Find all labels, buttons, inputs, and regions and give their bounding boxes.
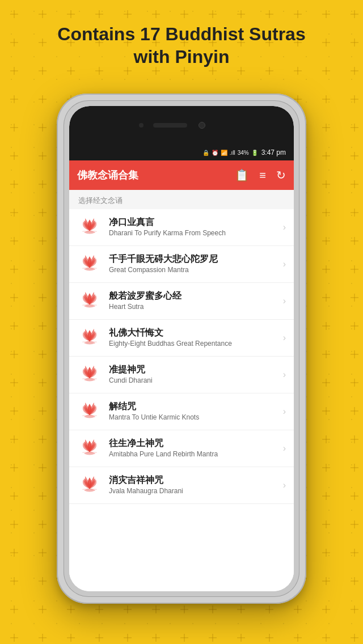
item-title-chinese: 消灾吉祥神咒 (109, 474, 278, 486)
status-icons: 🔒 ⏰ 📶 .ıll 34% 🔋 (202, 150, 258, 156)
lotus-icon (77, 473, 102, 498)
lotus-icon (77, 436, 102, 461)
item-text: 礼佛大忏悔文 Eighty-Eight Buddhas Great Repent… (109, 327, 278, 348)
phone-mockup: 🔒 ⏰ 📶 .ıll 34% 🔋 3:47 pm 佛教念诵合集 📋 ≡ (57, 94, 306, 604)
rear-camera-dot (199, 122, 205, 129)
item-text: 净口业真言 Dharani To Purify Karma From Speec… (109, 217, 278, 238)
list-item[interactable]: 礼佛大忏悔文 Eighty-Eight Buddhas Great Repent… (69, 320, 294, 357)
item-title-chinese: 千手千眼无碍大悲心陀罗尼 (109, 253, 278, 265)
chevron-right-icon: › (283, 443, 286, 454)
app-header: 佛教念诵合集 📋 ≡ ↻ (69, 160, 294, 190)
item-title-chinese: 准提神咒 (109, 364, 278, 376)
page-title: Contains 17 Buddhist Sutras with Pinyin (0, 23, 363, 68)
chevron-right-icon: › (283, 406, 286, 417)
sutra-list: 净口业真言 Dharani To Purify Karma From Speec… (69, 209, 294, 591)
item-text: 千手千眼无碍大悲心陀罗尼 Great Compassion Mantra (109, 253, 278, 274)
item-text: 准提神咒 Cundi Dharani (109, 364, 278, 385)
item-title-english: Amitabha Pure Land Rebirth Mantra (109, 450, 278, 459)
chevron-right-icon: › (283, 222, 286, 232)
filter-icon[interactable]: ≡ (259, 169, 266, 182)
status-time: 3:47 pm (261, 149, 286, 156)
chevron-right-icon: › (283, 296, 286, 306)
list-item[interactable]: 准提神咒 Cundi Dharani › (69, 357, 294, 393)
item-title-chinese: 净口业真言 (109, 217, 278, 228)
chevron-right-icon: › (283, 259, 286, 269)
item-text: 解结咒 Mantra To Untie Karmic Knots (109, 401, 278, 422)
item-title-english: Great Compassion Mantra (109, 266, 278, 275)
battery-percent: 34% (238, 150, 249, 156)
status-bar: 🔒 ⏰ 📶 .ıll 34% 🔋 3:47 pm (69, 145, 294, 160)
list-item[interactable]: 往生净土神咒 Amitabha Pure Land Rebirth Mantra… (69, 430, 294, 467)
item-text: 消灾吉祥神咒 Jvala Mahaugra Dharani (109, 474, 278, 495)
list-item[interactable]: 消灾吉祥神咒 Jvala Mahaugra Dharani › (69, 467, 294, 504)
item-title-english: Jvala Mahaugra Dharani (109, 487, 278, 496)
section-label: 选择经文念诵 (69, 190, 294, 209)
item-title-english: Eighty-Eight Buddhas Great Repentance (109, 340, 278, 349)
chevron-right-icon: › (283, 333, 286, 343)
wifi-icon: 📶 (221, 150, 227, 156)
item-title-chinese: 往生净土神咒 (109, 438, 278, 450)
lotus-icon (77, 362, 102, 387)
item-title-english: Cundi Dharani (109, 376, 278, 385)
app-title: 佛教念诵合集 (77, 168, 235, 182)
alarm-icon: ⏰ (212, 150, 218, 156)
lock-icon: 🔒 (202, 150, 209, 156)
phone-top-hardware (69, 106, 294, 145)
lotus-icon (77, 289, 102, 313)
lotus-icon (77, 252, 102, 277)
battery-icon: 🔋 (251, 150, 258, 156)
chevron-right-icon: › (283, 480, 286, 490)
item-title-english: Dharani To Purify Karma From Speech (109, 229, 278, 238)
list-item[interactable]: 般若波罗蜜多心经 Heart Sutra › (69, 283, 294, 320)
item-title-english: Heart Sutra (109, 303, 278, 312)
item-text: 往生净土神咒 Amitabha Pure Land Rebirth Mantra (109, 438, 278, 459)
lotus-icon (77, 325, 102, 350)
lotus-icon (77, 399, 102, 424)
chevron-right-icon: › (283, 370, 286, 380)
list-item[interactable]: 千手千眼无碍大悲心陀罗尼 Great Compassion Mantra › (69, 246, 294, 283)
item-title-chinese: 解结咒 (109, 401, 278, 413)
list-item[interactable]: 净口业真言 Dharani To Purify Karma From Speec… (69, 209, 294, 246)
front-camera (139, 123, 143, 128)
list-item[interactable]: 解结咒 Mantra To Untie Karmic Knots › (69, 393, 294, 430)
header-icons: 📋 ≡ ↻ (235, 168, 286, 182)
phone-speaker (153, 123, 187, 128)
signal-icon: .ıll (230, 150, 235, 156)
refresh-icon[interactable]: ↻ (276, 168, 286, 182)
lotus-icon (77, 215, 102, 240)
notes-icon[interactable]: 📋 (235, 168, 249, 182)
item-title-english: Mantra To Untie Karmic Knots (109, 413, 278, 422)
item-title-chinese: 礼佛大忏悔文 (109, 327, 278, 339)
item-text: 般若波罗蜜多心经 Heart Sutra (109, 290, 278, 311)
item-title-chinese: 般若波罗蜜多心经 (109, 290, 278, 302)
